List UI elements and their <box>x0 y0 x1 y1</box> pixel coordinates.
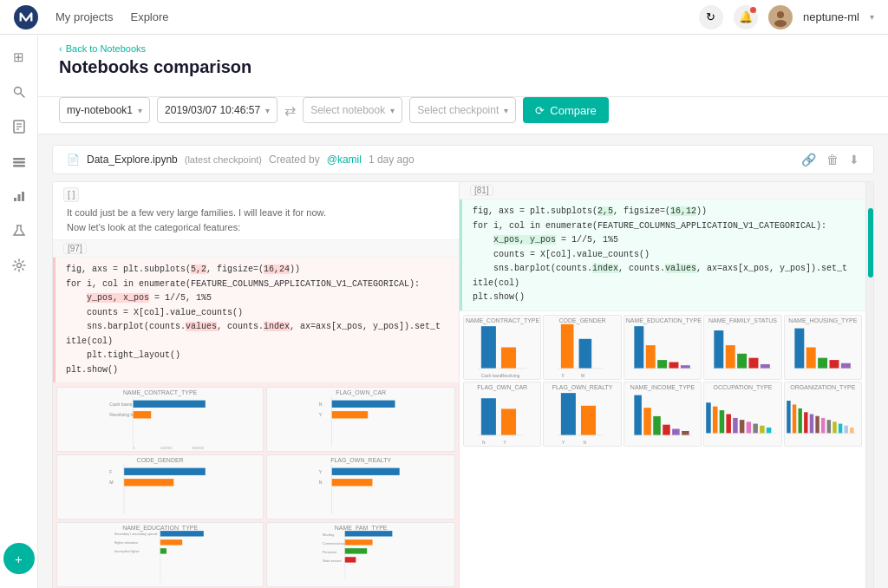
svg-rect-42 <box>160 539 183 545</box>
svg-text:Incomplete higher: Incomplete higher <box>114 550 140 553</box>
svg-text:M: M <box>581 373 584 377</box>
svg-rect-68 <box>669 362 678 368</box>
app-logo <box>14 5 38 29</box>
svg-rect-32 <box>124 479 173 486</box>
right-code-cell-number: [81] <box>470 185 493 196</box>
svg-text:N: N <box>319 402 323 407</box>
back-link[interactable]: ‹ Back to Notebooks <box>59 43 867 54</box>
avatar <box>768 5 793 29</box>
svg-rect-83 <box>481 398 496 435</box>
svg-rect-93 <box>634 395 642 434</box>
svg-rect-66 <box>646 345 656 369</box>
compare-button[interactable]: ⟳ Compare <box>523 97 608 123</box>
nav-explore[interactable]: Explore <box>130 10 168 23</box>
scroll-bar[interactable] <box>866 182 873 588</box>
shuffle-icon[interactable]: ⇄ <box>284 102 296 119</box>
file-icon: 📄 <box>67 154 80 166</box>
left-chart-code-gender: CODE_GENDER F M <box>56 454 264 519</box>
right-chart-flag-own-car: FLAG_OWN_CAR N Y <box>463 382 541 447</box>
username-chevron-icon: ▾ <box>870 12 874 22</box>
left-code-content: fig, axs = plt.subplots(5,2, figsize=(16… <box>53 258 459 382</box>
left-notebook-pane: [ ] It could just be a few very large fa… <box>53 182 460 588</box>
svg-rect-37 <box>332 479 373 486</box>
svg-rect-30 <box>124 468 206 475</box>
svg-rect-88 <box>561 393 576 435</box>
svg-rect-78 <box>806 347 815 368</box>
nav-my-projects[interactable]: My projects <box>56 10 113 23</box>
svg-rect-101 <box>713 406 718 433</box>
svg-rect-75 <box>761 363 770 368</box>
svg-rect-9 <box>13 161 25 164</box>
svg-text:Y: Y <box>319 469 323 474</box>
svg-rect-84 <box>501 408 516 434</box>
svg-rect-17 <box>133 401 205 408</box>
svg-rect-113 <box>798 408 801 433</box>
left-code-cell-number: [97] <box>63 243 87 254</box>
svg-rect-94 <box>643 408 651 435</box>
svg-rect-98 <box>682 430 689 434</box>
svg-rect-60 <box>561 323 574 368</box>
back-chevron-icon: ‹ <box>59 43 62 54</box>
page-header: ‹ Back to Notebooks Notebooks comparison <box>38 35 888 97</box>
sidebar-item-notebook[interactable] <box>3 111 35 142</box>
svg-rect-120 <box>839 423 842 433</box>
main-content: ‹ Back to Notebooks Notebooks comparison… <box>38 35 888 588</box>
sidebar-item-search[interactable] <box>3 76 35 108</box>
svg-rect-116 <box>815 415 819 433</box>
sidebar-item-grid[interactable]: ⊞ <box>3 42 35 73</box>
svg-text:F: F <box>562 373 565 377</box>
notebook1-dropdown[interactable]: my-notebook1 ▾ <box>59 97 150 123</box>
svg-rect-12 <box>17 194 20 201</box>
svg-rect-27 <box>332 411 369 418</box>
sidebar-item-layers[interactable] <box>3 146 35 177</box>
download-action-icon[interactable]: ⬇ <box>849 153 859 167</box>
right-notebook-pane: [81] fig, axs = plt.subplots(2,5, figsiz… <box>460 182 866 588</box>
right-charts-area: NAME_CONTRACT_TYPE Cash loans Revolving … <box>460 311 865 450</box>
left-chart-flag-own-realty: FLAG_OWN_REALTY Y N <box>266 454 455 519</box>
svg-rect-11 <box>14 198 16 201</box>
svg-rect-97 <box>672 428 680 434</box>
notifications-button[interactable]: 🔔 <box>734 5 758 29</box>
checkpoint2-dropdown[interactable]: Select checkpoint ▾ <box>409 97 516 123</box>
svg-text:Y: Y <box>503 440 506 444</box>
right-chart-code-gender: CODE_GENDER F M <box>543 315 621 380</box>
checkpoint1-dropdown[interactable]: 2019/03/07 10:46:57 ▾ <box>157 97 278 123</box>
left-output-cell: [ ] It could just be a few very large fa… <box>53 182 459 240</box>
username-label: neptune-ml <box>803 10 859 23</box>
svg-text:Y: Y <box>562 440 565 444</box>
sidebar-item-settings[interactable] <box>3 250 35 281</box>
left-cell-output: [ ] It could just be a few very large fa… <box>53 182 459 239</box>
delete-action-icon[interactable]: 🗑 <box>826 153 839 167</box>
svg-rect-102 <box>720 410 725 434</box>
svg-text:150000: 150000 <box>160 446 173 450</box>
svg-text:N: N <box>319 480 323 485</box>
svg-rect-67 <box>657 360 667 369</box>
svg-rect-56 <box>501 347 516 368</box>
svg-text:Working: Working <box>323 533 334 537</box>
refresh-button[interactable]: ↻ <box>699 5 723 29</box>
file-info-left: 📄 Data_Explore.ipynb (latest checkpoint)… <box>67 154 415 166</box>
svg-rect-79 <box>818 357 827 368</box>
svg-rect-81 <box>841 363 851 368</box>
sidebar-item-chart[interactable] <box>3 180 35 212</box>
checkpoint2-chevron-icon: ▾ <box>504 106 508 115</box>
svg-rect-49 <box>345 539 373 545</box>
toolbar: my-notebook1 ▾ 2019/03/07 10:46:57 ▾ ⇄ S… <box>38 97 888 134</box>
svg-line-3 <box>21 94 24 97</box>
svg-text:Y: Y <box>319 412 323 417</box>
svg-rect-117 <box>821 417 825 433</box>
svg-text:Cash loans: Cash loans <box>481 373 503 377</box>
right-code-cell: [81] fig, axs = plt.subplots(2,5, figsiz… <box>460 182 865 311</box>
svg-text:State servant: State servant <box>323 559 341 563</box>
svg-rect-72 <box>726 345 735 369</box>
svg-text:Revolving: Revolving <box>501 373 520 377</box>
sidebar-item-experiment[interactable] <box>3 215 35 246</box>
file-author: @kamil <box>327 154 362 166</box>
svg-text:Higher education: Higher education <box>114 541 139 545</box>
notebook2-dropdown[interactable]: Select notebook ▾ <box>303 97 402 123</box>
svg-rect-61 <box>579 338 592 368</box>
sidebar-add-button[interactable]: + <box>3 543 35 574</box>
left-code-cell-header: [97] <box>53 240 459 258</box>
svg-text:Pensioner: Pensioner <box>323 551 337 554</box>
link-action-icon[interactable]: 🔗 <box>801 153 816 167</box>
